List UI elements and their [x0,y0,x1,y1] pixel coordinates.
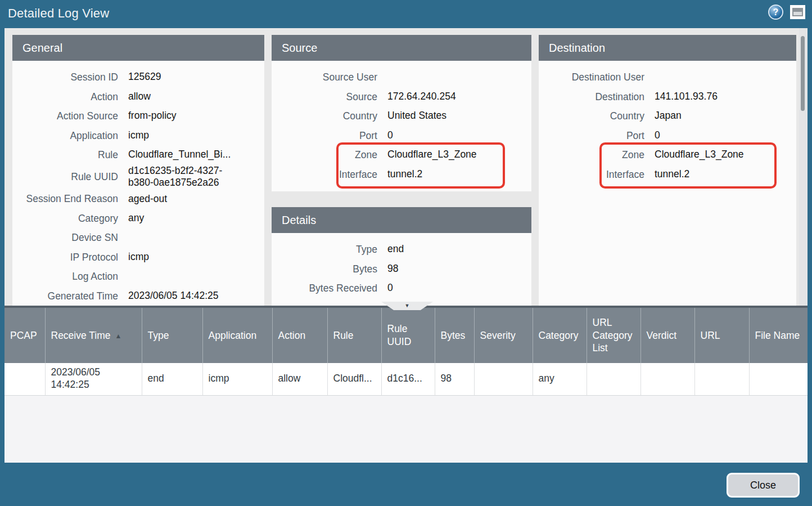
details-row-type: Type end [272,240,531,259]
column-header-verdict[interactable]: Verdict [640,308,694,363]
column-header-type[interactable]: Type [142,308,202,363]
cell-category: any [533,363,587,395]
column-header-url[interactable]: URL [694,308,749,363]
source-row-interface: Interface tunnel.2 [272,165,531,185]
cell-pcap [4,363,45,395]
cell-file-name [749,363,808,395]
general-row-rule-uuid: Rule UUID d1c16235-b2f2-4327-b380-0ae187… [12,165,264,190]
cell-bytes: 98 [435,363,474,395]
field-label: Rule UUID [12,171,128,182]
general-row-action-source: Action Source from-policy [12,106,264,126]
general-row-session-id: Session ID 125629 [12,68,264,87]
field-value: any [128,212,264,225]
window-icon-inner [792,8,803,16]
field-value: end [387,243,531,256]
general-panel-title: General [12,35,264,61]
cell-url [694,363,749,395]
column-header-action[interactable]: Action [272,308,327,363]
field-label: Action [12,91,128,102]
column-header-category[interactable]: Category [533,308,587,363]
destination-row-zone: Zone Cloudflare_L3_Zone [539,145,796,165]
general-row-action: Action allow [12,87,264,107]
field-value: icmp [128,251,264,263]
field-value: tunnel.2 [655,168,796,181]
field-value: d1c16235-b2f2-4327-b380-0ae1875e2a26 [128,165,243,190]
source-row-source: Source 172.64.240.254 [272,87,531,107]
field-label: Application [12,130,128,141]
field-label: Rule [12,149,128,160]
field-label: Action Source [12,110,128,122]
field-value: 141.101.93.76 [655,91,796,103]
field-label: Source [272,91,387,102]
source-panel: Source Source User Source 172.64.240.254… [272,35,531,191]
general-row-category: Category any [12,209,264,229]
general-row-ip-protocol: IP Protocol icmp [12,248,264,267]
destination-panel: Destination Destination User Destination… [539,35,796,319]
field-label: Zone [272,149,387,160]
vertical-scrollbar-thumb[interactable] [801,36,805,111]
details-row-bytes: Bytes 98 [272,259,531,279]
field-label: Port [539,130,655,141]
field-value: Cloudflare_Tunnel_Bi... [128,149,264,161]
column-header-pcap[interactable]: PCAP [4,308,45,363]
cell-type: end [142,363,202,395]
destination-row-destination: Destination 141.101.93.76 [539,87,796,107]
field-label: Source User [272,71,387,83]
column-header-rule-uuid[interactable]: Rule UUID [381,308,435,363]
general-row-application: Application icmp [12,126,264,146]
field-label: Bytes [272,263,387,275]
cell-severity [474,363,533,395]
close-button[interactable]: Close [727,473,800,498]
log-table-row[interactable]: 2023/06/05 14:42:25 end icmp allow Cloud… [4,363,808,395]
log-table-header-row: PCAP Receive Time▲ Type Application Acti… [4,308,808,363]
field-label: Session End Reason [12,193,128,204]
field-value: from-policy [128,110,264,122]
field-label: Interface [539,169,655,180]
column-header-receive-time[interactable]: Receive Time▲ [45,308,142,363]
dialog-footer: Close [0,463,812,506]
field-value: icmp [128,129,264,142]
field-label: IP Protocol [12,252,128,263]
detailed-log-view-dialog: Detailed Log View ? General Session ID 1… [0,0,812,506]
field-value: 125629 [128,71,264,83]
field-value: Japan [655,110,796,122]
field-label: Category [12,213,128,224]
column-header-application[interactable]: Application [202,308,272,363]
column-header-bytes[interactable]: Bytes [435,308,474,363]
details-row-bytes-received: Bytes Received 0 [272,279,531,298]
field-value: 0 [387,129,531,142]
chevron-down-icon: ▼ [405,303,410,308]
destination-row-country: Country Japan [539,106,796,126]
cell-verdict [640,363,694,395]
field-value: 0 [387,282,531,294]
page-title: Detailed Log View [8,6,109,21]
source-row-country: Country United States [272,106,531,126]
field-value: 98 [387,263,531,275]
field-value: 172.64.240.254 [387,91,531,103]
column-header-file-name[interactable]: File Name [749,308,808,363]
field-value: aged-out [128,193,264,205]
field-value: Cloudflare_L3_Zone [387,149,531,161]
general-row-generated-time: Generated Time 2023/06/05 14:42:25 [12,286,264,306]
field-value: tunnel.2 [387,168,531,181]
destination-row-destination-user: Destination User [539,68,796,87]
log-table-section: ▼ PCAP Receive Time▲ Type Application Ac… [4,306,808,463]
window-icon[interactable] [790,5,805,19]
general-panel: General Session ID 125629 Action allow A… [12,35,264,319]
source-panel-title: Source [272,35,531,61]
field-label: Session ID [12,71,128,83]
column-header-rule[interactable]: Rule [327,308,381,363]
source-row-source-user: Source User [272,68,531,87]
log-table: PCAP Receive Time▲ Type Application Acti… [4,308,808,396]
destination-row-port: Port 0 [539,126,796,146]
field-value: 0 [655,129,796,142]
general-row-rule: Rule Cloudflare_Tunnel_Bi... [12,145,264,165]
field-label: Log Action [12,271,128,282]
column-header-url-category-list[interactable]: URL Category List [587,308,640,363]
field-label: Interface [272,169,387,180]
help-icon[interactable]: ? [768,5,783,20]
field-value: 2023/06/05 14:42:25 [128,290,264,302]
field-label: Country [272,110,387,122]
column-header-severity[interactable]: Severity [474,308,533,363]
field-label: Bytes Received [272,283,387,294]
